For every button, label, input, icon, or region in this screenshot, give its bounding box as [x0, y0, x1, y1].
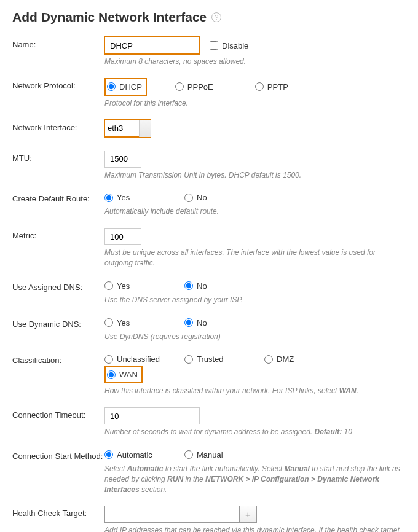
start-method-manual-label: Manual: [197, 450, 223, 460]
health-check-add-button[interactable]: +: [240, 506, 257, 523]
mtu-hint: Maximum Transmission Unit in bytes. DHCP…: [104, 170, 406, 181]
start-method-label: Connection Start Method:: [12, 448, 104, 461]
interface-select[interactable]: eth3: [104, 120, 151, 137]
dynamic-dns-no-label: No: [197, 318, 207, 327]
interface-label: Network Interface:: [12, 120, 104, 132]
mtu-label: MTU:: [12, 151, 104, 163]
start-method-hint: Select Automatic to start the link autom…: [104, 464, 406, 495]
name-input[interactable]: [104, 37, 200, 54]
mtu-input[interactable]: [104, 151, 141, 168]
disable-label: Disable: [222, 41, 248, 50]
page-title: Add Dynamic Network Interface ?: [12, 10, 406, 25]
protocol-pptp-radio[interactable]: [255, 82, 264, 91]
timeout-label: Connection Timeout:: [12, 407, 104, 420]
metric-label: Metric:: [12, 228, 104, 240]
classification-trusted-radio[interactable]: [184, 355, 193, 364]
dynamic-dns-yes-radio[interactable]: [104, 318, 113, 327]
dynamic-dns-yes-label: Yes: [117, 318, 130, 327]
default-route-no-label: No: [197, 193, 207, 202]
timeout-input[interactable]: [104, 407, 200, 424]
protocol-dhcp-radio[interactable]: [107, 82, 116, 91]
assigned-dns-label: Use Assigned DNS:: [12, 280, 104, 292]
classification-hint: How this interface is classified within …: [104, 386, 406, 396]
default-route-hint: Automatically include default route.: [104, 206, 406, 217]
classification-unclassified-radio[interactable]: [104, 355, 113, 364]
title-text: Add Dynamic Network Interface: [12, 10, 207, 25]
disable-checkbox[interactable]: [210, 41, 218, 50]
protocol-label: Network Protocol:: [12, 78, 104, 90]
default-route-yes-label: Yes: [117, 193, 130, 202]
assigned-dns-no-label: No: [197, 281, 207, 291]
assigned-dns-yes-radio[interactable]: [104, 281, 113, 290]
start-method-automatic-radio[interactable]: [104, 450, 113, 459]
protocol-pppoe-label: PPPoE: [187, 82, 213, 92]
assigned-dns-hint: Use the DNS server assigned by your ISP.: [104, 295, 406, 305]
dynamic-dns-hint: Use DynDNS (requires registration): [104, 332, 406, 342]
assigned-dns-yes-label: Yes: [117, 281, 130, 291]
dynamic-dns-no-radio[interactable]: [184, 318, 193, 327]
help-icon[interactable]: ?: [211, 12, 221, 22]
classification-unclassified-label: Unclassified: [117, 354, 160, 364]
start-method-automatic-label: Automatic: [117, 450, 152, 460]
health-hint: Add IP addresses that can be reached via…: [104, 525, 406, 532]
metric-hint: Must be unique across all interfaces. Th…: [104, 248, 406, 268]
assigned-dns-no-radio[interactable]: [184, 281, 193, 290]
plus-icon: +: [245, 509, 251, 520]
protocol-pppoe-radio[interactable]: [175, 82, 184, 91]
name-hint: Maximum 8 characters, no spaces allowed.: [104, 57, 406, 67]
name-label: Name:: [12, 37, 104, 49]
default-route-yes-radio[interactable]: [104, 194, 113, 202]
classification-trusted-label: Trusted: [197, 354, 224, 364]
classification-wan-radio[interactable]: [107, 370, 116, 379]
protocol-dhcp-label: DHCP: [119, 82, 142, 92]
health-label: Health Check Target:: [12, 506, 104, 518]
health-check-input[interactable]: [104, 506, 240, 523]
protocol-hint: Protocol for this interface.: [104, 98, 406, 109]
start-method-manual-radio[interactable]: [184, 450, 193, 459]
dynamic-dns-label: Use Dynamic DNS:: [12, 316, 104, 329]
timeout-hint: Number of seconds to wait for dynamic ad…: [104, 427, 406, 437]
default-route-no-radio[interactable]: [184, 194, 193, 202]
metric-input[interactable]: [104, 228, 141, 245]
classification-dmz-label: DMZ: [277, 354, 294, 364]
classification-wan-label: WAN: [119, 370, 138, 379]
protocol-pptp-label: PPTP: [267, 82, 288, 92]
classification-label: Classification:: [12, 353, 104, 365]
default-route-label: Create Default Route:: [12, 191, 104, 203]
classification-dmz-radio[interactable]: [264, 355, 273, 364]
